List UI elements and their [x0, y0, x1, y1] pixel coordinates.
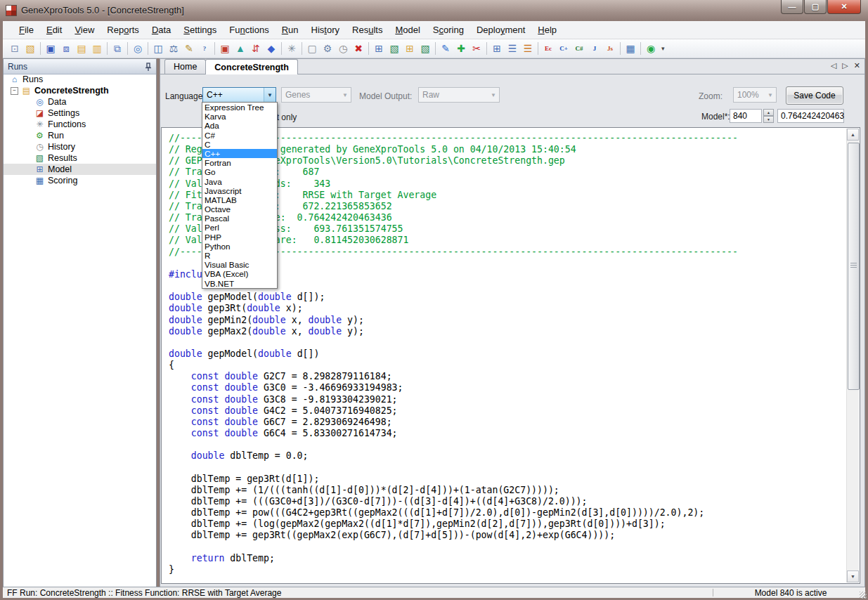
simplify-model-icon[interactable]: ✎: [438, 41, 453, 56]
language-option-pascal[interactable]: Pascal: [202, 214, 277, 223]
tree-item-history[interactable]: ◷History: [4, 141, 156, 152]
menu-history[interactable]: History: [305, 22, 346, 38]
minimize-button[interactable]: —: [781, 0, 803, 14]
language-option-c[interactable]: C: [202, 140, 277, 149]
menu-functions[interactable]: Functions: [223, 22, 275, 38]
general-settings-icon[interactable]: ▲: [233, 41, 248, 56]
language-combo[interactable]: C++ ▼: [202, 87, 276, 103]
menu-scoring[interactable]: Scoring: [427, 22, 470, 38]
code-java-icon[interactable]: J: [587, 41, 602, 56]
language-option-vba-excel-[interactable]: VBA (Excel): [202, 269, 277, 278]
run-gear-icon[interactable]: ⚙: [320, 41, 335, 56]
menu-help[interactable]: Help: [531, 22, 563, 38]
code-expression-icon[interactable]: Ec: [540, 41, 556, 56]
tab-close-icon[interactable]: ✕: [854, 61, 860, 70]
data-help-icon[interactable]: ?: [197, 41, 212, 56]
vertical-scrollbar[interactable]: ▲ ▼: [846, 129, 859, 582]
scoring-calculator-icon[interactable]: ▦: [623, 41, 638, 56]
model-org-icon[interactable]: ☰: [505, 41, 520, 56]
menu-deployment[interactable]: Deployment: [470, 22, 531, 38]
menu-data[interactable]: Data: [145, 22, 177, 38]
model-tree-icon[interactable]: ⊞: [489, 41, 505, 56]
menu-results[interactable]: Results: [346, 22, 389, 38]
help-icon[interactable]: ◉: [643, 41, 659, 56]
add-model-icon[interactable]: ✚: [453, 41, 469, 56]
language-option-javascript[interactable]: Javascript: [202, 186, 277, 195]
menu-run[interactable]: Run: [276, 22, 305, 38]
code-js-icon[interactable]: Js: [602, 41, 618, 56]
toolbar-overflow-icon[interactable]: ▾: [661, 45, 665, 52]
results-chart-icon[interactable]: ▧: [387, 41, 402, 56]
language-option-c-[interactable]: C#: [202, 131, 277, 140]
random-seed-icon[interactable]: ◆: [264, 41, 279, 56]
tab-next-icon[interactable]: ▷: [842, 61, 848, 70]
tree-item-model[interactable]: ⊞Model: [4, 164, 156, 175]
tree-item-concretestrength[interactable]: −▤ConcreteStrength: [4, 85, 156, 96]
pin-icon[interactable]: [145, 63, 152, 71]
fitness-grid-icon[interactable]: ⊞: [402, 41, 417, 56]
language-option-c-[interactable]: C++: [202, 149, 277, 158]
compare-data-icon[interactable]: ⚖: [166, 41, 181, 56]
stop-run-icon[interactable]: ✖: [351, 41, 366, 56]
run-doc-icon[interactable]: ▢: [304, 41, 320, 56]
menu-edit[interactable]: Edit: [40, 22, 68, 38]
language-option-matlab[interactable]: MATLAB: [202, 195, 277, 204]
save-icon[interactable]: ▣: [43, 41, 58, 56]
tree-item-settings[interactable]: ◪Settings: [4, 107, 156, 119]
tree-item-scoring[interactable]: ▦Scoring: [4, 175, 156, 186]
tree-item-run[interactable]: ⚙Run: [4, 130, 156, 141]
results-grid-icon[interactable]: ⊞: [371, 41, 387, 56]
close-button[interactable]: ✕: [827, 0, 861, 14]
language-option-fortran[interactable]: Fortran: [202, 158, 277, 167]
model-report-icon[interactable]: ☰: [520, 41, 536, 56]
language-option-karva[interactable]: Karva: [202, 112, 277, 121]
history-icon[interactable]: ◷: [335, 41, 351, 56]
scroll-down-icon[interactable]: ▼: [847, 570, 859, 582]
language-option-python[interactable]: Python: [202, 242, 277, 251]
resize-grip-icon[interactable]: [860, 592, 867, 599]
numerical-constants-icon[interactable]: ⇵: [248, 41, 264, 56]
menu-file[interactable]: File: [13, 22, 40, 38]
code-c-icon[interactable]: C+: [556, 41, 571, 56]
collapse-icon[interactable]: −: [11, 87, 18, 95]
language-option-go[interactable]: Go: [202, 167, 277, 176]
prune-model-icon[interactable]: ✂: [469, 41, 484, 56]
copy-page-icon[interactable]: ⧉: [110, 41, 125, 56]
scrollbar-thumb[interactable]: [848, 143, 860, 390]
tab-home[interactable]: Home: [164, 59, 206, 74]
save-all-icon[interactable]: ⧈: [58, 41, 74, 56]
language-option-java[interactable]: Java: [202, 177, 277, 186]
menu-reports[interactable]: Reports: [101, 22, 145, 38]
save-code-button[interactable]: Save Code: [786, 86, 843, 105]
functions-icon[interactable]: ✳: [284, 41, 299, 56]
language-option-r[interactable]: R: [202, 251, 277, 260]
language-option-perl[interactable]: Perl: [202, 223, 277, 232]
model-number-stepper[interactable]: ▲▼: [763, 109, 774, 123]
tree-item-results[interactable]: ▧Results: [4, 152, 156, 164]
open-folders-icon[interactable]: ▥: [89, 41, 105, 56]
preview-icon[interactable]: ◎: [130, 41, 145, 56]
tree-item-data[interactable]: ◎Data: [4, 96, 156, 107]
fitness-chart-icon[interactable]: ▧: [417, 41, 433, 56]
database-icon[interactable]: ◫: [150, 41, 166, 56]
menu-settings[interactable]: Settings: [177, 22, 223, 38]
tab-concretestrength[interactable]: ConcreteStrength: [205, 59, 298, 74]
new-report-icon[interactable]: ⊡: [7, 41, 22, 56]
language-option-octave[interactable]: Octave: [202, 204, 277, 214]
menu-model[interactable]: Model: [389, 22, 426, 38]
edit-data-icon[interactable]: ✎: [181, 41, 197, 56]
open-folder-icon[interactable]: ▤: [74, 41, 89, 56]
spin-down-icon[interactable]: ▼: [763, 116, 774, 123]
spin-up-icon[interactable]: ▲: [763, 109, 774, 116]
scroll-up-icon[interactable]: ▲: [847, 129, 859, 141]
language-option-vb-net[interactable]: VB.NET: [202, 279, 277, 288]
tree-item-runs[interactable]: ⌂Runs: [4, 74, 156, 85]
menu-view[interactable]: View: [68, 22, 101, 38]
tab-prev-icon[interactable]: ◁: [831, 61, 836, 70]
language-option-visual-basic[interactable]: Visual Basic: [202, 260, 277, 269]
maximize-button[interactable]: ▢: [804, 0, 827, 14]
code-csharp-icon[interactable]: C#: [571, 41, 587, 56]
language-option-expression-tree[interactable]: Expression Tree: [202, 103, 277, 112]
settings-icon[interactable]: ▣: [217, 41, 233, 56]
model-number-input[interactable]: 840: [730, 109, 762, 123]
